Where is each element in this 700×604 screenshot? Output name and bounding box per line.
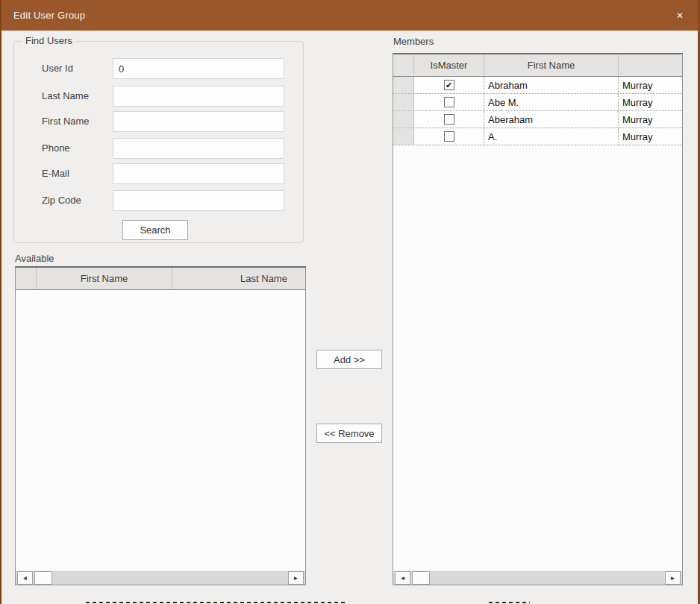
last-name-cell[interactable]: Murray bbox=[619, 94, 683, 110]
row-header[interactable] bbox=[393, 128, 414, 145]
user-id-row: User Id bbox=[14, 58, 303, 79]
first-name-field[interactable] bbox=[113, 111, 284, 132]
first-name-label: First Name bbox=[42, 111, 113, 132]
available-grid: First Name Last Name ◄ ► bbox=[15, 266, 306, 585]
members-label: Members bbox=[393, 36, 434, 47]
table-row[interactable]: A. Murray bbox=[393, 128, 682, 145]
find-users-groupbox: Find Users User Id Last Name First Name … bbox=[13, 41, 304, 243]
members-scrollbar-thumb[interactable] bbox=[412, 571, 430, 585]
phone-field[interactable] bbox=[113, 138, 284, 159]
available-select-all-corner[interactable] bbox=[16, 268, 37, 289]
ismaster-checkbox[interactable] bbox=[444, 97, 454, 107]
available-horizontal-scrollbar[interactable]: ◄ ► bbox=[16, 570, 305, 585]
user-id-field[interactable] bbox=[113, 58, 284, 79]
scroll-left-icon[interactable]: ◄ bbox=[395, 571, 410, 585]
members-grid-header: IsMaster First Name bbox=[393, 54, 682, 77]
close-icon[interactable]: ✕ bbox=[667, 0, 693, 31]
members-grid: IsMaster First Name ✔ Abraham Murray Abe… bbox=[393, 53, 683, 585]
row-header[interactable] bbox=[393, 77, 414, 93]
available-scrollbar-thumb[interactable] bbox=[34, 571, 52, 585]
zip-code-field[interactable] bbox=[113, 190, 284, 211]
ismaster-checkbox[interactable]: ✔ bbox=[444, 80, 454, 90]
ismaster-cell bbox=[414, 128, 484, 145]
zip-code-label: Zip Code bbox=[42, 190, 113, 211]
available-last-name-column-header[interactable]: Last Name bbox=[172, 268, 306, 289]
first-name-cell[interactable]: Abe M. bbox=[484, 94, 619, 110]
last-name-field[interactable] bbox=[113, 86, 284, 107]
last-name-row: Last Name bbox=[14, 86, 303, 107]
search-button[interactable]: Search bbox=[122, 220, 188, 240]
ismaster-cell bbox=[414, 94, 484, 110]
email-label: E-Mail bbox=[42, 163, 113, 184]
members-horizontal-scrollbar[interactable]: ◄ ► bbox=[393, 570, 682, 585]
row-header[interactable] bbox=[393, 94, 414, 110]
phone-row: Phone bbox=[14, 138, 303, 159]
first-name-cell[interactable]: A. bbox=[484, 128, 619, 145]
add-button[interactable]: Add >> bbox=[316, 350, 382, 369]
table-row[interactable]: Aberaham Murray bbox=[393, 111, 682, 128]
table-row[interactable]: Abe M. Murray bbox=[393, 94, 682, 111]
email-field[interactable] bbox=[113, 163, 284, 184]
members-last-name-column-header[interactable] bbox=[619, 54, 683, 76]
ismaster-cell bbox=[414, 111, 484, 128]
last-name-cell[interactable]: Murray bbox=[619, 111, 683, 128]
window-bottom-edge bbox=[489, 602, 530, 603]
scroll-right-icon[interactable]: ► bbox=[288, 571, 304, 585]
members-select-all-corner[interactable] bbox=[393, 54, 414, 76]
ismaster-checkbox[interactable] bbox=[444, 114, 454, 125]
first-name-row: First Name bbox=[14, 111, 303, 132]
available-label: Available bbox=[15, 253, 54, 264]
phone-label: Phone bbox=[42, 138, 113, 159]
row-header[interactable] bbox=[393, 111, 414, 128]
ismaster-column-header[interactable]: IsMaster bbox=[414, 54, 484, 76]
available-grid-header: First Name Last Name bbox=[16, 268, 305, 290]
ismaster-checkbox[interactable] bbox=[444, 131, 454, 142]
last-name-label: Last Name bbox=[42, 86, 113, 107]
titlebar: Edit User Group ✕ bbox=[0, 0, 700, 31]
remove-button[interactable]: << Remove bbox=[316, 424, 382, 443]
email-row: E-Mail bbox=[14, 163, 303, 184]
zip-code-row: Zip Code bbox=[14, 190, 303, 211]
window-title: Edit User Group bbox=[0, 10, 85, 21]
ismaster-cell: ✔ bbox=[414, 77, 484, 93]
first-name-cell[interactable]: Aberaham bbox=[484, 111, 619, 128]
edit-user-group-dialog: Edit User Group ✕ Find Users User Id Las… bbox=[0, 0, 700, 604]
scroll-right-icon[interactable]: ► bbox=[665, 571, 681, 585]
members-grid-body[interactable]: ✔ Abraham Murray Abe M. Murray Aberaham … bbox=[393, 77, 682, 145]
members-first-name-column-header[interactable]: First Name bbox=[484, 54, 619, 76]
window-left-border bbox=[0, 0, 1, 604]
scroll-left-icon[interactable]: ◄ bbox=[17, 571, 33, 585]
last-name-cell[interactable]: Murray bbox=[619, 77, 683, 93]
last-name-cell[interactable]: Murray bbox=[619, 128, 683, 145]
first-name-cell[interactable]: Abraham bbox=[484, 77, 619, 93]
table-row[interactable]: ✔ Abraham Murray bbox=[393, 77, 682, 94]
find-users-legend: Find Users bbox=[22, 35, 76, 46]
user-id-label: User Id bbox=[42, 58, 113, 79]
window-bottom-edge bbox=[86, 602, 347, 603]
available-first-name-column-header[interactable]: First Name bbox=[37, 268, 172, 289]
